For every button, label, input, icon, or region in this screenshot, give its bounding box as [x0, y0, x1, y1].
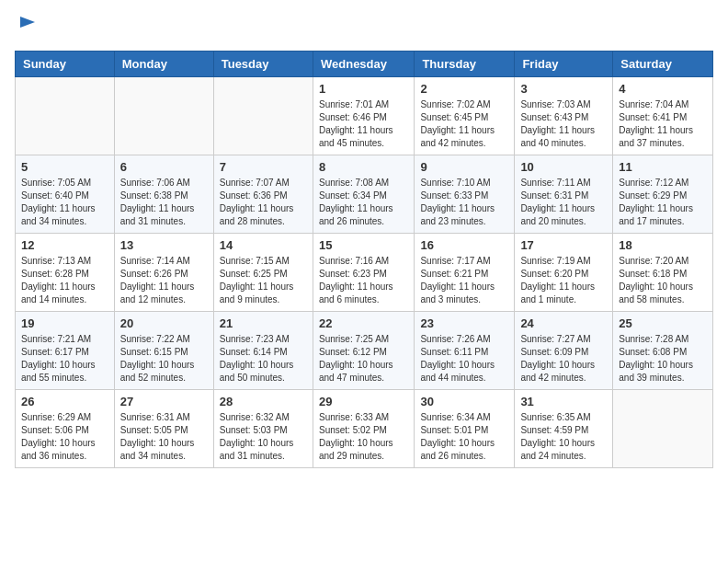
day-number: 6: [120, 160, 208, 174]
day-number: 19: [21, 316, 108, 330]
calendar-cell: 9Sunrise: 7:10 AM Sunset: 6:33 PM Daylig…: [415, 155, 515, 233]
day-info: Sunrise: 7:20 AM Sunset: 6:18 PM Dayligh…: [619, 255, 707, 306]
header-monday: Monday: [114, 51, 213, 76]
day-number: 2: [420, 82, 508, 96]
calendar-header-row: SundayMondayTuesdayWednesdayThursdayFrid…: [16, 51, 713, 76]
day-info: Sunrise: 7:19 AM Sunset: 6:20 PM Dayligh…: [520, 255, 607, 306]
day-info: Sunrise: 7:25 AM Sunset: 6:12 PM Dayligh…: [319, 333, 408, 385]
header-saturday: Saturday: [613, 51, 713, 76]
calendar-cell: 20Sunrise: 7:22 AM Sunset: 6:15 PM Dayli…: [114, 311, 213, 389]
day-number: 8: [319, 160, 408, 174]
header-friday: Friday: [515, 51, 613, 76]
day-info: Sunrise: 7:21 AM Sunset: 6:17 PM Dayligh…: [21, 333, 108, 385]
calendar-cell: 17Sunrise: 7:19 AM Sunset: 6:20 PM Dayli…: [515, 233, 613, 311]
calendar-table: SundayMondayTuesdayWednesdayThursdayFrid…: [15, 51, 713, 468]
calendar-cell: 18Sunrise: 7:20 AM Sunset: 6:18 PM Dayli…: [613, 233, 713, 311]
calendar-cell: [213, 76, 313, 155]
calendar-week-3: 12Sunrise: 7:13 AM Sunset: 6:28 PM Dayli…: [16, 233, 713, 311]
day-number: 15: [319, 238, 408, 252]
day-number: 1: [319, 82, 408, 96]
day-number: 26: [21, 395, 108, 408]
day-info: Sunrise: 7:02 AM Sunset: 6:45 PM Dayligh…: [420, 98, 508, 150]
calendar-cell: 1Sunrise: 7:01 AM Sunset: 6:46 PM Daylig…: [313, 76, 414, 155]
day-number: 31: [520, 395, 607, 408]
day-info: Sunrise: 7:17 AM Sunset: 6:21 PM Dayligh…: [420, 255, 508, 306]
day-number: 10: [520, 160, 607, 174]
calendar-cell: 25Sunrise: 7:28 AM Sunset: 6:08 PM Dayli…: [613, 311, 713, 389]
day-number: 29: [319, 395, 408, 408]
day-number: 12: [21, 238, 108, 252]
header-thursday: Thursday: [415, 51, 515, 76]
calendar-cell: 7Sunrise: 7:07 AM Sunset: 6:36 PM Daylig…: [213, 155, 313, 233]
day-number: 5: [21, 160, 108, 174]
day-number: 21: [220, 316, 307, 330]
svg-marker-0: [20, 17, 35, 28]
calendar-cell: 15Sunrise: 7:16 AM Sunset: 6:23 PM Dayli…: [313, 233, 414, 311]
day-info: Sunrise: 7:08 AM Sunset: 6:34 PM Dayligh…: [319, 177, 408, 228]
day-info: Sunrise: 6:34 AM Sunset: 5:01 PM Dayligh…: [420, 411, 508, 463]
calendar-cell: 14Sunrise: 7:15 AM Sunset: 6:25 PM Dayli…: [213, 233, 313, 311]
day-number: 25: [619, 316, 707, 330]
calendar-cell: 30Sunrise: 6:34 AM Sunset: 5:01 PM Dayli…: [415, 389, 515, 467]
day-info: Sunrise: 7:16 AM Sunset: 6:23 PM Dayligh…: [319, 255, 408, 306]
day-number: 11: [619, 160, 707, 174]
day-info: Sunrise: 7:07 AM Sunset: 6:36 PM Dayligh…: [220, 177, 307, 228]
calendar-cell: 31Sunrise: 6:35 AM Sunset: 4:59 PM Dayli…: [515, 389, 613, 467]
day-number: 7: [220, 160, 307, 174]
calendar-cell: 29Sunrise: 6:33 AM Sunset: 5:02 PM Dayli…: [313, 389, 414, 467]
calendar-cell: 11Sunrise: 7:12 AM Sunset: 6:29 PM Dayli…: [613, 155, 713, 233]
calendar-cell: 10Sunrise: 7:11 AM Sunset: 6:31 PM Dayli…: [515, 155, 613, 233]
calendar-cell: 4Sunrise: 7:04 AM Sunset: 6:41 PM Daylig…: [613, 76, 713, 155]
day-info: Sunrise: 7:06 AM Sunset: 6:38 PM Dayligh…: [120, 177, 208, 228]
page-header: [15, 15, 713, 41]
calendar-cell: 8Sunrise: 7:08 AM Sunset: 6:34 PM Daylig…: [313, 155, 414, 233]
day-number: 27: [120, 395, 208, 408]
day-info: Sunrise: 7:22 AM Sunset: 6:15 PM Dayligh…: [120, 333, 208, 385]
calendar-cell: [16, 76, 115, 155]
day-info: Sunrise: 6:29 AM Sunset: 5:06 PM Dayligh…: [21, 411, 108, 463]
calendar-cell: 5Sunrise: 7:05 AM Sunset: 6:40 PM Daylig…: [16, 155, 115, 233]
calendar-cell: 19Sunrise: 7:21 AM Sunset: 6:17 PM Dayli…: [16, 311, 115, 389]
day-info: Sunrise: 6:32 AM Sunset: 5:03 PM Dayligh…: [220, 411, 307, 463]
day-info: Sunrise: 7:28 AM Sunset: 6:08 PM Dayligh…: [619, 333, 707, 385]
calendar-week-5: 26Sunrise: 6:29 AM Sunset: 5:06 PM Dayli…: [16, 389, 713, 467]
day-number: 3: [520, 82, 607, 96]
day-info: Sunrise: 7:05 AM Sunset: 6:40 PM Dayligh…: [21, 177, 108, 228]
calendar-cell: [114, 76, 213, 155]
calendar-cell: 3Sunrise: 7:03 AM Sunset: 6:43 PM Daylig…: [515, 76, 613, 155]
day-info: Sunrise: 7:11 AM Sunset: 6:31 PM Dayligh…: [520, 177, 607, 228]
day-number: 30: [420, 395, 508, 408]
day-number: 18: [619, 238, 707, 252]
day-info: Sunrise: 7:13 AM Sunset: 6:28 PM Dayligh…: [21, 255, 108, 306]
day-info: Sunrise: 6:35 AM Sunset: 4:59 PM Dayligh…: [520, 411, 607, 463]
day-info: Sunrise: 7:15 AM Sunset: 6:25 PM Dayligh…: [220, 255, 307, 306]
header-sunday: Sunday: [16, 51, 115, 76]
day-number: 23: [420, 316, 508, 330]
day-info: Sunrise: 7:27 AM Sunset: 6:09 PM Dayligh…: [520, 333, 607, 385]
day-info: Sunrise: 7:23 AM Sunset: 6:14 PM Dayligh…: [220, 333, 307, 385]
day-info: Sunrise: 7:04 AM Sunset: 6:41 PM Dayligh…: [619, 98, 707, 150]
calendar-cell: 16Sunrise: 7:17 AM Sunset: 6:21 PM Dayli…: [415, 233, 515, 311]
calendar-cell: 12Sunrise: 7:13 AM Sunset: 6:28 PM Dayli…: [16, 233, 115, 311]
calendar-cell: 2Sunrise: 7:02 AM Sunset: 6:45 PM Daylig…: [415, 76, 515, 155]
day-number: 13: [120, 238, 208, 252]
logo: [15, 15, 39, 41]
day-number: 20: [120, 316, 208, 330]
calendar-cell: 24Sunrise: 7:27 AM Sunset: 6:09 PM Dayli…: [515, 311, 613, 389]
calendar-body: 1Sunrise: 7:01 AM Sunset: 6:46 PM Daylig…: [16, 76, 713, 467]
logo-flag-icon: [17, 15, 39, 37]
day-number: 28: [220, 395, 307, 408]
day-info: Sunrise: 7:26 AM Sunset: 6:11 PM Dayligh…: [420, 333, 508, 385]
calendar-cell: 27Sunrise: 6:31 AM Sunset: 5:05 PM Dayli…: [114, 389, 213, 467]
day-number: 16: [420, 238, 508, 252]
day-info: Sunrise: 7:10 AM Sunset: 6:33 PM Dayligh…: [420, 177, 508, 228]
day-info: Sunrise: 6:31 AM Sunset: 5:05 PM Dayligh…: [120, 411, 208, 463]
day-number: 24: [520, 316, 607, 330]
day-info: Sunrise: 6:33 AM Sunset: 5:02 PM Dayligh…: [319, 411, 408, 463]
calendar-cell: 23Sunrise: 7:26 AM Sunset: 6:11 PM Dayli…: [415, 311, 515, 389]
day-number: 17: [520, 238, 607, 252]
day-number: 14: [220, 238, 307, 252]
day-number: 9: [420, 160, 508, 174]
calendar-cell: 28Sunrise: 6:32 AM Sunset: 5:03 PM Dayli…: [213, 389, 313, 467]
calendar-cell: [613, 389, 713, 467]
